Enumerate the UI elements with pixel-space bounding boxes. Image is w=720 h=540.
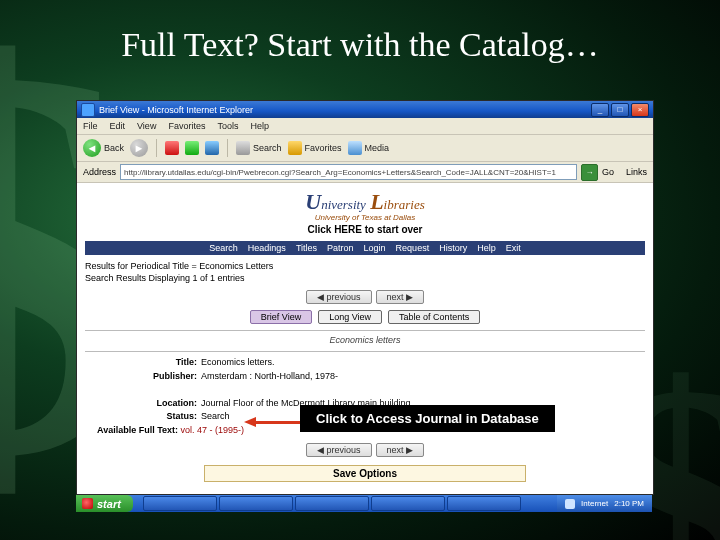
nav-search[interactable]: Search bbox=[209, 243, 238, 253]
close-button[interactable]: × bbox=[631, 103, 649, 117]
ie-icon bbox=[81, 103, 95, 117]
browser-window: Brief View - Microsoft Internet Explorer… bbox=[76, 100, 654, 495]
minimize-button[interactable]: _ bbox=[591, 103, 609, 117]
menu-edit[interactable]: Edit bbox=[110, 121, 126, 131]
forward-button[interactable]: ► bbox=[130, 139, 148, 157]
publisher-value: Amsterdam : North-Holland, 1978- bbox=[201, 371, 338, 381]
tab-long-view[interactable]: Long View bbox=[318, 310, 382, 324]
nav-login[interactable]: Login bbox=[364, 243, 386, 253]
search-icon bbox=[236, 141, 250, 155]
media-icon bbox=[348, 141, 362, 155]
tab-toc[interactable]: Table of Contents bbox=[388, 310, 480, 324]
page-content: University Libraries University of Texas… bbox=[77, 183, 653, 494]
prev-button-bottom[interactable]: ◀ previous bbox=[306, 443, 372, 457]
task-item[interactable] bbox=[295, 496, 369, 511]
clock: 2:10 PM bbox=[614, 499, 644, 508]
status-label: Status: bbox=[97, 410, 197, 424]
media-button[interactable]: Media bbox=[348, 141, 390, 155]
media-label: Media bbox=[365, 143, 390, 153]
go-label: Go bbox=[602, 167, 614, 177]
favorites-button[interactable]: Favorites bbox=[288, 141, 342, 155]
windows-icon bbox=[82, 498, 93, 509]
logo-subtitle: University of Texas at Dallas bbox=[85, 213, 645, 222]
tray-icon[interactable] bbox=[565, 499, 575, 509]
nav-headings[interactable]: Headings bbox=[248, 243, 286, 253]
fulltext-label: Available Full Text: bbox=[97, 425, 178, 435]
slide-title: Full Text? Start with the Catalog… bbox=[0, 26, 720, 64]
logo-university: niversity bbox=[321, 197, 366, 212]
menu-view[interactable]: View bbox=[137, 121, 156, 131]
start-button[interactable]: start bbox=[76, 495, 133, 512]
menu-favorites[interactable]: Favorites bbox=[168, 121, 205, 131]
catalog-nav: Search Headings Titles Patron Login Requ… bbox=[85, 241, 645, 255]
save-options[interactable]: Save Options bbox=[204, 465, 526, 482]
go-button[interactable]: → bbox=[581, 164, 598, 181]
refresh-icon[interactable] bbox=[185, 141, 199, 155]
location-label: Location: bbox=[97, 397, 197, 411]
separator bbox=[227, 139, 228, 157]
next-button-bottom[interactable]: next ▶ bbox=[376, 443, 425, 457]
library-logo[interactable]: University Libraries University of Texas… bbox=[85, 189, 645, 222]
results-line2: Search Results Displaying 1 of 1 entries bbox=[85, 273, 645, 285]
divider bbox=[85, 351, 645, 352]
toolbar: ◄ Back ► Search Favorites bbox=[77, 135, 653, 162]
prev-button[interactable]: ◀ previous bbox=[306, 290, 372, 304]
taskbar: start Internet 2:10 PM bbox=[76, 495, 652, 512]
nav-request[interactable]: Request bbox=[396, 243, 430, 253]
task-item[interactable] bbox=[219, 496, 293, 511]
logo-u: U bbox=[305, 189, 321, 214]
tray-internet: Internet bbox=[581, 499, 608, 508]
results-line1: Results for Periodical Title = Economics… bbox=[85, 261, 645, 273]
start-label: start bbox=[97, 498, 121, 510]
address-label: Address bbox=[83, 167, 116, 177]
start-over-link[interactable]: Click HERE to start over bbox=[85, 224, 645, 235]
logo-libraries: ibraries bbox=[384, 197, 425, 212]
nav-patron[interactable]: Patron bbox=[327, 243, 354, 253]
back-button[interactable]: ◄ Back bbox=[83, 139, 124, 157]
title-label: Title: bbox=[97, 356, 197, 370]
nav-titles[interactable]: Titles bbox=[296, 243, 317, 253]
titlebar: Brief View - Microsoft Internet Explorer… bbox=[77, 101, 653, 118]
home-icon[interactable] bbox=[205, 141, 219, 155]
callout-arrow bbox=[244, 418, 300, 428]
menu-file[interactable]: File bbox=[83, 121, 98, 131]
back-icon: ◄ bbox=[83, 139, 101, 157]
star-icon bbox=[288, 141, 302, 155]
logo-l: L bbox=[370, 189, 383, 214]
stop-icon[interactable] bbox=[165, 141, 179, 155]
menu-bar: File Edit View Favorites Tools Help bbox=[77, 118, 653, 135]
maximize-button[interactable]: □ bbox=[611, 103, 629, 117]
title-value: Economics letters. bbox=[201, 357, 275, 367]
search-label: Search bbox=[253, 143, 282, 153]
back-label: Back bbox=[104, 143, 124, 153]
menu-help[interactable]: Help bbox=[250, 121, 269, 131]
task-item[interactable] bbox=[143, 496, 217, 511]
favorites-label: Favorites bbox=[305, 143, 342, 153]
menu-tools[interactable]: Tools bbox=[217, 121, 238, 131]
task-item[interactable] bbox=[371, 496, 445, 511]
next-button[interactable]: next ▶ bbox=[376, 290, 425, 304]
nav-exit[interactable]: Exit bbox=[506, 243, 521, 253]
address-bar: Address http://library.utdallas.edu/cgi-… bbox=[77, 162, 653, 183]
publisher-label: Publisher: bbox=[97, 370, 197, 384]
divider bbox=[85, 330, 645, 331]
window-title: Brief View - Microsoft Internet Explorer bbox=[99, 105, 587, 115]
nav-history[interactable]: History bbox=[439, 243, 467, 253]
separator bbox=[156, 139, 157, 157]
tab-brief-view[interactable]: Brief View bbox=[250, 310, 312, 324]
search-button[interactable]: Search bbox=[236, 141, 282, 155]
fulltext-link[interactable]: vol. 47 - (1995-) bbox=[181, 425, 245, 435]
links-label[interactable]: Links bbox=[626, 167, 647, 177]
journal-heading: Economics letters bbox=[85, 335, 645, 345]
task-item[interactable] bbox=[447, 496, 521, 511]
status-value: Search bbox=[201, 411, 230, 421]
address-input[interactable]: http://library.utdallas.edu/cgi-bin/Pweb… bbox=[120, 164, 577, 180]
callout-box: Click to Access Journal in Database bbox=[300, 405, 555, 432]
nav-help[interactable]: Help bbox=[477, 243, 496, 253]
